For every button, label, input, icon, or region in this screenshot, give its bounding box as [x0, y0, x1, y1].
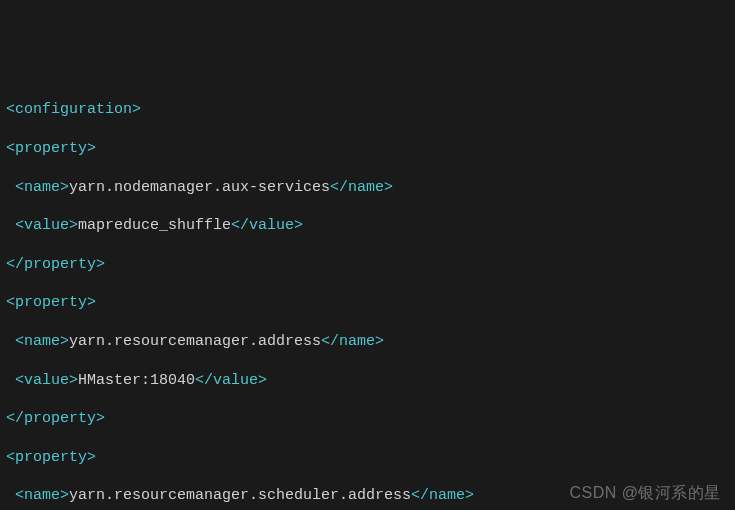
xml-text: yarn.nodemanager.aux-services: [69, 179, 330, 196]
indent: [6, 372, 15, 389]
indent: [6, 333, 15, 350]
xml-text: yarn.resourcemanager.scheduler.address: [69, 487, 411, 504]
code-line: <value>HMaster:18040</value>: [6, 371, 729, 390]
code-line: <property>: [6, 139, 729, 158]
code-block: <configuration> <property> <name>yarn.no…: [6, 81, 729, 510]
xml-tag: <name>: [15, 487, 69, 504]
code-line: <value>mapreduce_shuffle</value>: [6, 216, 729, 235]
code-line: </property>: [6, 255, 729, 274]
indent: [6, 179, 15, 196]
code-line: </property>: [6, 409, 729, 428]
xml-tag: <property>: [6, 449, 96, 466]
code-line: <property>: [6, 293, 729, 312]
code-line: <property>: [6, 448, 729, 467]
xml-tag: <property>: [6, 294, 96, 311]
xml-tag: </name>: [321, 333, 384, 350]
xml-tag: </value>: [231, 217, 303, 234]
indent: [6, 217, 15, 234]
xml-tag: <configuration>: [6, 101, 141, 118]
xml-tag: </name>: [411, 487, 474, 504]
code-line: <name>yarn.nodemanager.aux-services</nam…: [6, 178, 729, 197]
xml-tag: </property>: [6, 256, 105, 273]
indent: [6, 487, 15, 504]
xml-tag: </name>: [330, 179, 393, 196]
xml-tag: <name>: [15, 179, 69, 196]
xml-text: HMaster:18040: [78, 372, 195, 389]
xml-tag: <value>: [15, 217, 78, 234]
xml-tag: <value>: [15, 372, 78, 389]
watermark-text: CSDN @银河系的星: [569, 483, 721, 502]
code-line: <configuration>: [6, 100, 729, 119]
code-line: <name>yarn.resourcemanager.address</name…: [6, 332, 729, 351]
xml-text: yarn.resourcemanager.address: [69, 333, 321, 350]
xml-tag: </property>: [6, 410, 105, 427]
xml-tag: <name>: [15, 333, 69, 350]
xml-text: mapreduce_shuffle: [78, 217, 231, 234]
xml-tag: <property>: [6, 140, 96, 157]
xml-tag: </value>: [195, 372, 267, 389]
